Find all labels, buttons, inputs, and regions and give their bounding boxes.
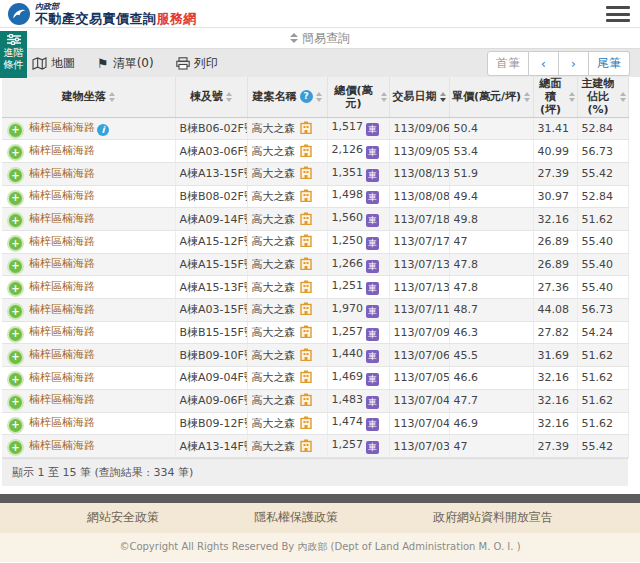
expand-row-icon[interactable]: + [9,124,22,137]
table-row[interactable]: +楠梓區楠海路 B棟B09-10F號 高大之森 1,440車 113/07/06… [2,344,628,367]
table-row[interactable]: +楠梓區楠海路 A棟A09-06F號 高大之森 1,483車 113/07/04… [2,389,628,412]
table-row[interactable]: +楠梓區楠海路 A棟A15-12F號 高大之森 1,250車 113/07/17… [2,231,628,254]
column-header-label: 建案名稱 [253,90,297,103]
total-price: 1,474 [332,415,364,428]
location-text: 楠梓區楠海路 [29,348,95,361]
location-text: 楠梓區楠海路 [29,189,95,202]
expand-row-icon[interactable]: + [9,351,22,364]
expand-row-icon[interactable]: + [9,419,22,432]
expand-row-icon[interactable]: + [9,192,22,205]
project-building-icon[interactable] [300,416,312,429]
print-button[interactable]: 列印 [176,55,218,72]
table-row[interactable]: +楠梓區楠海路 A棟A15-15F號 高大之森 1,266車 113/07/13… [2,253,628,276]
expand-row-icon[interactable]: + [9,396,22,409]
info-icon[interactable]: i [97,124,109,136]
project-building-icon[interactable] [300,370,312,383]
transaction-date: 113/07/06 [389,344,449,367]
column-header[interactable]: 建物坐落 [2,77,175,117]
app-header: 內政部 不動產交易實價查詢服務網 [0,0,640,28]
table-row[interactable]: +楠梓區楠海路 A棟A13-15F號 高大之森 1,351車 113/08/13… [2,162,628,185]
next-page-button[interactable]: › [559,51,589,76]
help-icon[interactable]: ? [300,90,313,103]
map-button[interactable]: 地圖 [32,55,75,72]
first-page-button[interactable]: 首筆 [487,51,529,76]
table-row[interactable]: +楠梓區楠海路 A棟A13-14F號 高大之森 1,257車 113/07/03… [2,435,628,458]
column-header[interactable]: 總面積 (坪) [533,77,577,117]
last-page-button[interactable]: 尾筆 [589,51,630,76]
expand-row-icon[interactable]: + [9,328,22,341]
column-header[interactable]: 總價(萬元) [327,77,389,117]
project-building-icon[interactable] [300,166,312,179]
parking-badge: 車 [366,350,379,363]
expand-row-icon[interactable]: + [9,237,22,250]
prev-page-button[interactable]: ‹ [529,51,559,76]
table-row[interactable]: +楠梓區楠海路i B棟B06-02F號 高大之森 1,517車 113/09/0… [2,117,628,140]
expand-row-icon[interactable]: + [9,441,22,454]
menu-icon[interactable] [606,6,630,22]
list-button-label: 清單(0) [113,55,154,72]
main-building-ratio: 51.62 [577,389,628,412]
expand-row-icon[interactable]: + [9,305,22,318]
expand-row-icon[interactable]: + [9,169,22,182]
unit-number: B棟B15-15F號 [175,321,247,344]
table-row[interactable]: +楠梓區楠海路 A棟A03-15F號 高大之森 1,970車 113/07/11… [2,299,628,322]
open-data-declaration-link[interactable]: 政府網站資料開放宣告 [433,509,553,526]
expand-row-icon[interactable]: + [9,282,22,295]
toolbar: 地圖 ⚑ 清單(0) 列印 首筆 ‹ › 尾筆 [0,48,640,77]
project-building-icon[interactable] [300,144,312,157]
sort-icon [524,92,530,102]
column-header[interactable]: 交易日期 [389,77,449,117]
advanced-conditions-tab[interactable]: 進階 條件 [0,31,27,78]
sort-icon [381,92,387,102]
sort-icon [316,92,322,102]
column-header[interactable]: 單價(萬元/坪) [449,77,533,117]
parking-badge: 車 [366,260,379,273]
table-row[interactable]: +楠梓區楠海路 B棟B15-15F號 高大之森 1,257車 113/07/09… [2,321,628,344]
security-policy-link[interactable]: 網站安全政策 [87,509,159,526]
unit-price: 47.8 [449,276,533,299]
project-building-icon[interactable] [300,302,312,315]
project-building-icon[interactable] [300,439,312,452]
main-building-ratio: 54.24 [577,321,628,344]
total-area: 27.39 [533,162,577,185]
table-row[interactable]: +楠梓區楠海路 B棟B09-12F號 高大之森 1,474車 113/07/04… [2,412,628,435]
main-building-ratio: 55.40 [577,231,628,254]
project-building-icon[interactable] [300,280,312,293]
project-building-icon[interactable] [300,189,312,202]
total-area: 27.82 [533,321,577,344]
table-row[interactable]: +楠梓區楠海路 A棟A09-04F號 高大之森 1,469車 113/07/05… [2,367,628,390]
parking-badge: 車 [366,418,379,431]
expand-row-icon[interactable]: + [9,214,22,227]
location-text: 楠梓區楠海路 [29,144,95,157]
project-building-icon[interactable] [300,348,312,361]
column-header[interactable]: 建案名稱? [247,77,327,117]
unit-number: A棟A15-13F號 [175,276,247,299]
expand-row-icon[interactable]: + [9,373,22,386]
column-header[interactable]: 主建物 佔比(%) [577,77,628,117]
table-row[interactable]: +楠梓區楠海路 A棟A03-06F號 高大之森 2,126車 113/09/05… [2,140,628,163]
query-mode-bar[interactable]: 簡易查詢 [0,28,640,48]
project-building-icon[interactable] [300,257,312,270]
parking-badge: 車 [366,396,379,409]
query-sort-icon [290,33,298,43]
main-building-ratio: 55.42 [577,162,628,185]
expand-row-icon[interactable]: + [9,260,22,273]
parking-badge: 車 [366,305,379,318]
project-name: 高大之森 [252,326,296,339]
project-building-icon[interactable] [300,234,312,247]
unit-number: A棟A15-15F號 [175,253,247,276]
expand-row-icon[interactable]: + [9,146,22,159]
project-name: 高大之森 [252,303,296,316]
project-building-icon[interactable] [300,393,312,406]
project-building-icon[interactable] [300,121,312,134]
table-row[interactable]: +楠梓區楠海路 A棟A15-13F號 高大之森 1,251車 113/07/13… [2,276,628,299]
table-row[interactable]: +楠梓區楠海路 B棟B08-02F號 高大之森 1,498車 113/08/08… [2,185,628,208]
privacy-policy-link[interactable]: 隱私權保護政策 [254,509,338,526]
project-building-icon[interactable] [300,212,312,225]
project-building-icon[interactable] [300,325,312,338]
table-row[interactable]: +楠梓區楠海路 A棟A09-14F號 高大之森 1,560車 113/07/18… [2,208,628,231]
project-name: 高大之森 [252,417,296,430]
column-header[interactable]: 棟及號 [175,77,247,117]
list-button[interactable]: ⚑ 清單(0) [97,55,154,72]
main-building-ratio: 52.84 [577,185,628,208]
